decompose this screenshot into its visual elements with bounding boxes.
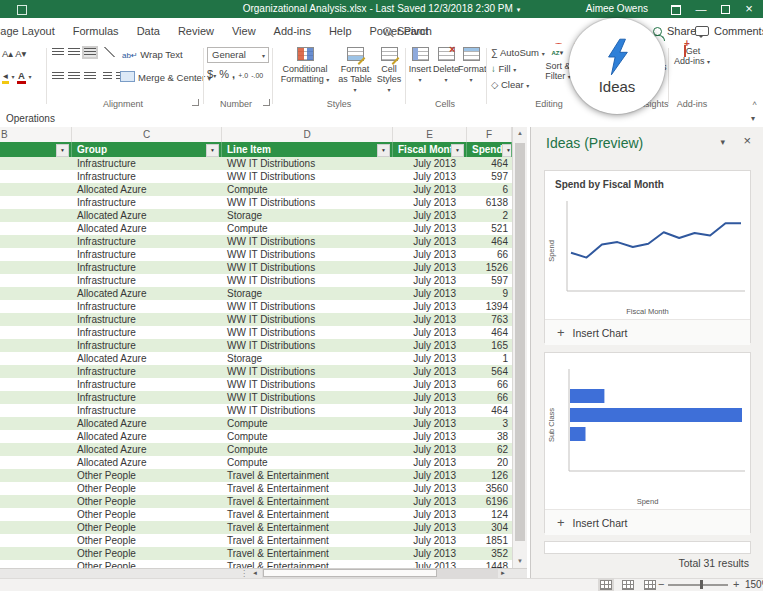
cell-line-item[interactable]: WW IT Distributions bbox=[222, 391, 393, 404]
cell-fiscal-month[interactable]: July 2013 bbox=[393, 417, 467, 430]
cell-group[interactable]: Allocated Azure bbox=[72, 417, 222, 430]
cell-group[interactable]: Infrastructure bbox=[72, 404, 222, 417]
scroll-down-icon[interactable]: ▼ bbox=[513, 555, 527, 568]
cell-spend[interactable]: 597 bbox=[467, 170, 512, 183]
cell-line-item[interactable]: Travel & Entertainment bbox=[222, 508, 393, 521]
cell-group[interactable]: Infrastructure bbox=[72, 365, 222, 378]
cell-fiscal-month[interactable]: July 2013 bbox=[393, 365, 467, 378]
cell-fiscal-month[interactable]: July 2013 bbox=[393, 287, 467, 300]
cell-group[interactable]: Other People bbox=[72, 508, 222, 521]
cell-fiscal-month[interactable]: July 2013 bbox=[393, 352, 467, 365]
insert-cells-button[interactable]: Insert ▾ bbox=[408, 46, 432, 85]
shrink-font-button[interactable]: A▾ bbox=[15, 48, 26, 59]
cell-fiscal-month[interactable]: July 2013 bbox=[393, 248, 467, 261]
table-row[interactable]: InfrastructureWW IT DistributionsJuly 20… bbox=[0, 365, 512, 378]
cell-spend[interactable]: 352 bbox=[467, 547, 512, 560]
tab-formulas[interactable]: Formulas bbox=[64, 18, 128, 44]
tab-page-layout[interactable]: Page Layout bbox=[0, 18, 64, 44]
cell-spend[interactable]: 1 bbox=[467, 352, 512, 365]
cell-group[interactable]: Infrastructure bbox=[72, 157, 222, 170]
cell-b[interactable] bbox=[0, 209, 72, 222]
accounting-caret-icon[interactable]: ▾ bbox=[213, 73, 216, 79]
cell-group[interactable]: Other People bbox=[72, 521, 222, 534]
cell-line-item[interactable]: WW IT Distributions bbox=[222, 157, 393, 170]
table-row[interactable]: InfrastructureWW IT DistributionsJuly 20… bbox=[0, 261, 512, 274]
cell-line-item[interactable]: Compute bbox=[222, 456, 393, 469]
conditional-formatting-button[interactable]: Conditional Formatting ▾ bbox=[276, 46, 334, 85]
fill-button[interactable]: ↓ Fill ▾ bbox=[491, 63, 516, 74]
table-row[interactable]: InfrastructureWW IT DistributionsJuly 20… bbox=[0, 378, 512, 391]
cell-b[interactable] bbox=[0, 365, 72, 378]
cell-b[interactable] bbox=[0, 339, 72, 352]
filter-button[interactable]: ▼ bbox=[502, 144, 512, 157]
column-letter-b[interactable]: B bbox=[0, 127, 72, 142]
page-break-view-icon[interactable] bbox=[644, 580, 656, 590]
cell-spend[interactable]: 464 bbox=[467, 404, 512, 417]
title-caret-icon[interactable]: ▾ bbox=[517, 6, 521, 13]
cell-spend[interactable]: 6138 bbox=[467, 196, 512, 209]
cell-group[interactable]: Allocated Azure bbox=[72, 430, 222, 443]
cell-fiscal-month[interactable]: July 2013 bbox=[393, 170, 467, 183]
header-cell-line-item[interactable]: Line Item ▼ bbox=[222, 142, 393, 157]
cell-spend[interactable]: 165 bbox=[467, 339, 512, 352]
table-row[interactable]: Allocated AzureStorageJuly 20139 bbox=[0, 287, 512, 300]
cell-b[interactable] bbox=[0, 222, 72, 235]
cell-group[interactable]: Allocated Azure bbox=[72, 456, 222, 469]
zoom-slider-track[interactable] bbox=[668, 584, 728, 586]
cell-line-item[interactable]: WW IT Distributions bbox=[222, 339, 393, 352]
cell-group[interactable]: Infrastructure bbox=[72, 248, 222, 261]
table-row[interactable]: InfrastructureWW IT DistributionsJuly 20… bbox=[0, 248, 512, 261]
cell-b[interactable] bbox=[0, 456, 72, 469]
top-align-button[interactable] bbox=[52, 48, 64, 57]
cell-b[interactable] bbox=[0, 248, 72, 261]
cell-line-item[interactable]: WW IT Distributions bbox=[222, 196, 393, 209]
cell-line-item[interactable]: WW IT Distributions bbox=[222, 248, 393, 261]
cell-group[interactable]: Allocated Azure bbox=[72, 183, 222, 196]
insert-chart-button[interactable]: + Insert Chart bbox=[545, 509, 750, 535]
clear-button[interactable]: ◇ Clear ▾ bbox=[491, 79, 529, 90]
cell-group[interactable]: Allocated Azure bbox=[72, 287, 222, 300]
cell-fiscal-month[interactable]: July 2013 bbox=[393, 508, 467, 521]
cell-fiscal-month[interactable]: July 2013 bbox=[393, 235, 467, 248]
cell-line-item[interactable]: Compute bbox=[222, 222, 393, 235]
cell-fiscal-month[interactable]: July 2013 bbox=[393, 482, 467, 495]
scroll-up-icon[interactable]: ▲ bbox=[513, 127, 527, 140]
cell-group[interactable]: Infrastructure bbox=[72, 313, 222, 326]
number-dialog-launcher[interactable] bbox=[263, 99, 270, 106]
page-layout-view-icon[interactable] bbox=[622, 580, 634, 590]
filter-button[interactable]: ▼ bbox=[451, 144, 464, 157]
table-row[interactable]: Allocated AzureStorageJuly 20132 bbox=[0, 209, 512, 222]
cell-spend[interactable]: 464 bbox=[467, 326, 512, 339]
cell-fiscal-month[interactable]: July 2013 bbox=[393, 274, 467, 287]
cell-spend[interactable]: 66 bbox=[467, 248, 512, 261]
cell-b[interactable] bbox=[0, 300, 72, 313]
cell-spend[interactable]: 464 bbox=[467, 235, 512, 248]
font-color-button[interactable]: A bbox=[17, 70, 26, 84]
table-row[interactable]: Other PeopleTravel & EntertainmentJuly 2… bbox=[0, 469, 512, 482]
cell-group[interactable]: Allocated Azure bbox=[72, 443, 222, 456]
tab-help[interactable]: Help bbox=[320, 18, 361, 44]
cell-line-item[interactable]: WW IT Distributions bbox=[222, 261, 393, 274]
collapse-ribbon-button[interactable]: ˄ bbox=[752, 99, 757, 108]
signed-in-user[interactable]: Aimee Owens bbox=[586, 0, 648, 18]
column-letter-d[interactable]: D bbox=[222, 127, 393, 142]
vertical-scrollbar[interactable]: ▲ ▼ bbox=[512, 127, 527, 568]
delete-cells-button[interactable]: Delete ▾ bbox=[433, 46, 459, 85]
comma-style-button[interactable]: , bbox=[232, 68, 235, 80]
align-right-button[interactable] bbox=[84, 72, 96, 81]
orientation-button[interactable] bbox=[104, 47, 115, 57]
align-left-button[interactable] bbox=[52, 72, 64, 81]
cell-group[interactable]: Infrastructure bbox=[72, 261, 222, 274]
increase-decimal-button[interactable]: +.0 bbox=[238, 72, 248, 79]
cell-group[interactable]: Other People bbox=[72, 534, 222, 547]
cell-b[interactable] bbox=[0, 521, 72, 534]
cell-line-item[interactable]: WW IT Distributions bbox=[222, 313, 393, 326]
cell-group[interactable]: Other People bbox=[72, 469, 222, 482]
cell-spend[interactable]: 20 bbox=[467, 456, 512, 469]
close-button[interactable]: × bbox=[739, 0, 759, 18]
table-row[interactable]: InfrastructureWW IT DistributionsJuly 20… bbox=[0, 391, 512, 404]
table-row[interactable]: InfrastructureWW IT DistributionsJuly 20… bbox=[0, 170, 512, 183]
table-row[interactable]: InfrastructureWW IT DistributionsJuly 20… bbox=[0, 274, 512, 287]
vertical-scrollbar-thumb[interactable] bbox=[515, 143, 525, 541]
cell-group[interactable]: Infrastructure bbox=[72, 274, 222, 287]
